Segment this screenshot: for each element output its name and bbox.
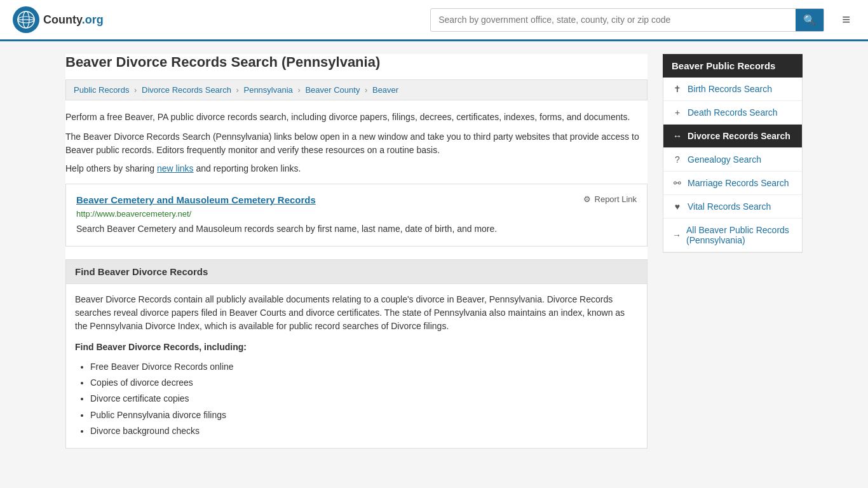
find-list: Free Beaver Divorce Records online Copie… <box>75 359 638 439</box>
find-section: Find Beaver Divorce Records Beaver Divor… <box>65 259 648 449</box>
vital-icon: ♥ <box>672 201 682 212</box>
genealogy-icon: ? <box>672 154 682 165</box>
report-link-button[interactable]: ⚙ Report Link <box>583 194 637 204</box>
all-icon: → <box>672 230 681 240</box>
marriage-icon: ⚯ <box>672 178 682 188</box>
sidebar-item-death[interactable]: + Death Records Search <box>663 101 802 125</box>
logo-text: County.org <box>43 13 104 27</box>
report-icon: ⚙ <box>583 194 591 204</box>
breadcrumb: Public Records › Divorce Records Search … <box>65 79 648 100</box>
logo-org: .org <box>82 13 104 26</box>
sidebar-item-vital-label: Vital Records Search <box>688 201 771 212</box>
record-title-link[interactable]: Beaver Cemetery and Mausoleum Cemetery R… <box>76 194 316 205</box>
help-text: Help others by sharing new links and rep… <box>65 163 648 173</box>
divorce-icon: ↔ <box>672 131 682 141</box>
breadcrumb-beaver[interactable]: Beaver <box>372 85 398 95</box>
record-description: Search Beaver Cemetery and Mausoleum rec… <box>76 222 637 236</box>
breadcrumb-beaver-county[interactable]: Beaver County <box>305 85 360 95</box>
sidebar-item-birth[interactable]: ✝ Birth Records Search <box>663 78 802 101</box>
site-header: County.org 🔍 ≡ <box>0 0 868 41</box>
breadcrumb-divorce-search[interactable]: Divorce Records Search <box>142 85 231 95</box>
sidebar-item-birth-label: Birth Records Search <box>688 84 772 94</box>
find-section-header: Find Beaver Divorce Records <box>66 260 647 284</box>
breadcrumb-public-records[interactable]: Public Records <box>74 85 129 95</box>
death-icon: + <box>672 107 682 118</box>
sidebar-item-genealogy-label: Genealogy Search <box>688 154 761 165</box>
sidebar-item-all[interactable]: → All Beaver Public Records (Pennsylvani… <box>663 219 802 252</box>
new-links-link[interactable]: new links <box>157 163 194 173</box>
sidebar-item-divorce-label: Divorce Records Search <box>688 131 790 141</box>
intro-paragraph-1: Perform a free Beaver, PA public divorce… <box>65 111 648 124</box>
breadcrumb-pennsylvania[interactable]: Pennsylvania <box>243 85 292 95</box>
page-title: Beaver Divorce Records Search (Pennsylva… <box>65 54 648 71</box>
main-container: Beaver Divorce Records Search (Pennsylva… <box>53 41 815 461</box>
sidebar-item-divorce[interactable]: ↔ Divorce Records Search <box>663 125 802 148</box>
logo-icon <box>13 6 39 33</box>
find-section-subheader: Find Beaver Divorce Records, including: <box>75 341 638 354</box>
search-bar: 🔍 <box>430 8 824 32</box>
search-input[interactable] <box>431 10 796 30</box>
content-area: Beaver Divorce Records Search (Pennsylva… <box>65 54 648 449</box>
sidebar-item-genealogy[interactable]: ? Genealogy Search <box>663 148 802 172</box>
logo-link[interactable]: County.org <box>13 6 104 33</box>
menu-button[interactable]: ≡ <box>837 9 855 30</box>
search-button[interactable]: 🔍 <box>796 9 824 31</box>
sidebar-item-marriage[interactable]: ⚯ Marriage Records Search <box>663 172 802 195</box>
list-item: Divorce background checks <box>90 423 638 439</box>
birth-icon: ✝ <box>672 84 682 94</box>
record-card-header: Beaver Cemetery and Mausoleum Cemetery R… <box>76 194 637 205</box>
sidebar-item-marriage-label: Marriage Records Search <box>688 178 789 188</box>
hamburger-icon: ≡ <box>842 11 850 27</box>
sidebar-item-all-label: All Beaver Public Records (Pennsylvania) <box>686 225 793 245</box>
sidebar-title: Beaver Public Records <box>663 54 803 78</box>
sidebar: Beaver Public Records ✝ Birth Records Se… <box>663 54 803 449</box>
list-item: Copies of divorce decrees <box>90 375 638 391</box>
list-item: Divorce certificate copies <box>90 391 638 407</box>
sidebar-item-vital[interactable]: ♥ Vital Records Search <box>663 195 802 219</box>
record-url: http://www.beavercemetery.net/ <box>76 209 637 219</box>
list-item: Free Beaver Divorce Records online <box>90 359 638 375</box>
find-section-para: Beaver Divorce Records contain all publi… <box>75 293 638 333</box>
intro-paragraph-2: The Beaver Divorce Records Search (Penns… <box>65 130 648 157</box>
record-card: Beaver Cemetery and Mausoleum Cemetery R… <box>65 184 648 247</box>
sidebar-nav: ✝ Birth Records Search + Death Records S… <box>663 78 803 253</box>
list-item: Public Pennsylvania divorce filings <box>90 407 638 423</box>
sidebar-item-death-label: Death Records Search <box>688 107 778 118</box>
find-section-body: Beaver Divorce Records contain all publi… <box>66 284 647 448</box>
